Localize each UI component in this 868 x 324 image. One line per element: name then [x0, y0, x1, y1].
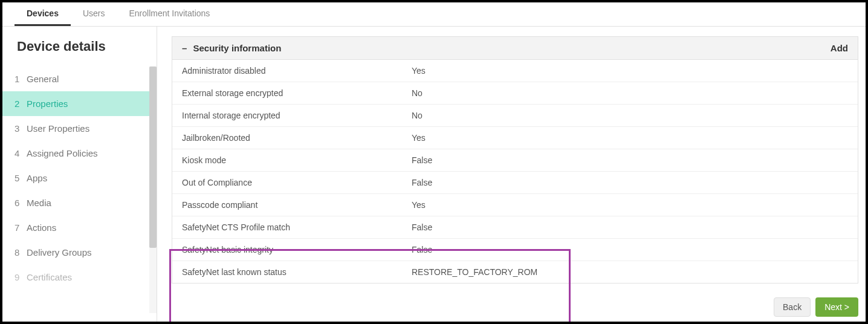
table-row: Out of Compliance False: [172, 171, 858, 193]
back-button[interactable]: Back: [774, 297, 811, 317]
table-row: SafetyNet basic integrity False: [172, 238, 858, 261]
tab-devices[interactable]: Devices: [15, 2, 71, 26]
sidebar-item-properties[interactable]: 2 Properties: [2, 91, 157, 116]
sidebar-item-user-properties[interactable]: 3 User Properties: [2, 116, 157, 141]
row-value: Yes: [412, 66, 848, 76]
row-value: Yes: [412, 133, 848, 143]
sidebar-item-general[interactable]: 1 General: [2, 66, 157, 91]
section-title: Security information: [193, 43, 282, 53]
tab-users[interactable]: Users: [71, 2, 117, 26]
row-value: False: [412, 222, 848, 232]
row-value: False: [412, 155, 848, 165]
footer-buttons: Back Next >: [774, 297, 858, 317]
sidebar-item-label: Actions: [27, 222, 56, 233]
collapse-toggle-icon[interactable]: –: [182, 43, 187, 53]
sidebar-item-media[interactable]: 6 Media: [2, 190, 157, 215]
row-value: RESTORE_TO_FACTORY_ROM: [412, 267, 848, 277]
row-value: Yes: [412, 200, 848, 210]
sidebar-item-number: 8: [15, 247, 27, 258]
sidebar-item-label: Certificates: [27, 272, 72, 282]
row-label: Jailbroken/Rooted: [182, 133, 412, 143]
sidebar-item-label: Delivery Groups: [27, 247, 92, 258]
section-header: – Security information Add: [172, 36, 858, 60]
row-label: Passcode compliant: [182, 200, 412, 210]
sidebar-scrollbar[interactable]: [149, 66, 157, 313]
row-label: Out of Compliance: [182, 178, 412, 187]
main-panel: – Security information Add Administrator…: [157, 27, 866, 322]
sidebar-item-label: Properties: [27, 99, 68, 109]
row-label: Internal storage encrypted: [182, 111, 412, 120]
table-row: Kiosk mode False: [172, 149, 858, 171]
sidebar-item-label: Apps: [27, 173, 47, 183]
sidebar-item-label: General: [27, 74, 59, 84]
sidebar-item-number: 4: [15, 148, 27, 158]
row-label: External storage encrypted: [182, 88, 412, 98]
sidebar-item-label: User Properties: [27, 123, 89, 134]
next-button[interactable]: Next >: [815, 297, 858, 317]
sidebar-item-label: Media: [27, 198, 51, 208]
row-label: SafetyNet basic integrity: [182, 245, 412, 254]
security-info-table: Administrator disabled Yes External stor…: [172, 60, 858, 284]
row-value: False: [412, 178, 848, 187]
table-row: Administrator disabled Yes: [172, 60, 858, 82]
sidebar-item-assigned-policies[interactable]: 4 Assigned Policies: [2, 141, 157, 166]
row-label: Administrator disabled: [182, 66, 412, 76]
tab-enrollment-invitations[interactable]: Enrollment Invitations: [117, 2, 222, 26]
sidebar-item-number: 5: [15, 173, 27, 183]
row-label: Kiosk mode: [182, 155, 412, 165]
add-button[interactable]: Add: [831, 43, 848, 53]
sidebar-item-apps[interactable]: 5 Apps: [2, 166, 157, 190]
table-row: Jailbroken/Rooted Yes: [172, 126, 858, 149]
sidebar-item-number: 3: [15, 123, 27, 134]
sidebar-item-actions[interactable]: 7 Actions: [2, 215, 157, 240]
table-row: Internal storage encrypted No: [172, 104, 858, 126]
sidebar-item-certificates[interactable]: 9 Certificates: [2, 265, 157, 290]
row-value: No: [412, 111, 848, 120]
row-value: False: [412, 245, 848, 254]
table-row: SafetyNet CTS Profile match False: [172, 216, 858, 238]
page-title: Device details: [2, 39, 157, 66]
sidebar-item-number: 7: [15, 222, 27, 233]
row-value: No: [412, 88, 848, 98]
sidebar-item-number: 1: [15, 74, 27, 84]
row-label: SafetyNet last known status: [182, 267, 412, 277]
sidebar-item-label: Assigned Policies: [27, 148, 98, 158]
table-row: External storage encrypted No: [172, 82, 858, 104]
table-row: SafetyNet last known status RESTORE_TO_F…: [172, 261, 858, 283]
sidebar-scrollbar-thumb[interactable]: [149, 66, 157, 248]
sidebar-item-number: 6: [15, 198, 27, 208]
sidebar-item-delivery-groups[interactable]: 8 Delivery Groups: [2, 240, 157, 265]
sidebar-item-number: 9: [15, 272, 27, 282]
row-label: SafetyNet CTS Profile match: [182, 222, 412, 232]
sidebar: Device details 1 General 2 Properties 3 …: [2, 27, 157, 322]
top-tabs: Devices Users Enrollment Invitations: [2, 2, 866, 27]
sidebar-item-number: 2: [15, 99, 27, 109]
table-row: Passcode compliant Yes: [172, 193, 858, 216]
